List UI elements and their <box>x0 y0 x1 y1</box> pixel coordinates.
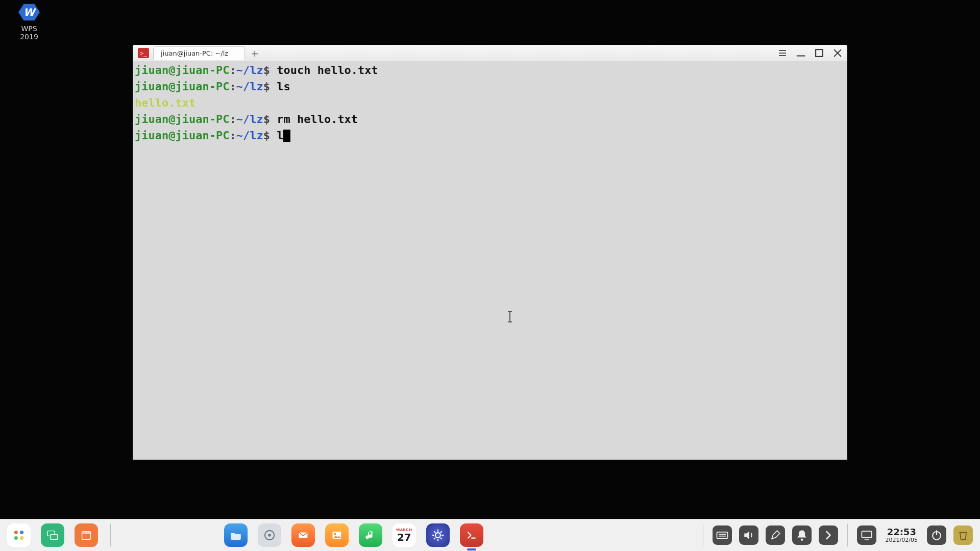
launcher-button[interactable] <box>7 523 31 547</box>
titlebar[interactable]: >_ jiuan@jiuan-PC: ~/lz + <box>133 45 847 61</box>
file-manager-button[interactable] <box>224 523 248 547</box>
file-manager-icon <box>229 528 243 542</box>
keyboard-tray-button[interactable] <box>713 525 732 545</box>
bell-icon <box>795 528 809 542</box>
text-cursor-ibeam <box>509 311 510 322</box>
terminal-prompt-line: jiuan@jiuan-PC:~/lz$ rm hello.txt <box>135 111 845 128</box>
svg-rect-9 <box>51 535 58 540</box>
svg-point-13 <box>268 534 271 537</box>
svg-point-5 <box>20 531 23 534</box>
terminal-window: >_ jiuan@jiuan-PC: ~/lz + jiuan@jiuan-PC… <box>133 45 847 460</box>
app-store-button[interactable] <box>75 523 98 547</box>
close-button[interactable] <box>832 47 843 59</box>
svg-rect-27 <box>717 532 727 538</box>
volume-icon <box>742 528 756 542</box>
hamburger-icon <box>779 50 786 56</box>
svg-point-7 <box>20 536 23 540</box>
calendar-button[interactable]: MARCH 27 <box>393 523 416 547</box>
clock-time: 22:53 <box>887 528 916 537</box>
svg-point-6 <box>14 536 18 540</box>
terminal-app-glyph: >_ <box>140 50 146 57</box>
close-icon <box>832 47 843 59</box>
svg-line-24 <box>440 531 442 533</box>
terminal-app-icon: >_ <box>138 48 149 58</box>
svg-point-17 <box>435 533 440 538</box>
wps-label-2: 2019 <box>6 33 52 41</box>
calendar-day: 27 <box>397 532 411 542</box>
next-tray-button[interactable] <box>819 525 838 545</box>
browser-button[interactable] <box>258 523 281 547</box>
terminal-prompt-line: jiuan@jiuan-PC:~/lz$ l <box>135 128 845 144</box>
keyboard-icon <box>715 528 729 542</box>
taskbar: MARCH 27 <box>0 519 980 551</box>
terminal-dock-button[interactable] <box>460 523 483 547</box>
minimize-button[interactable] <box>795 47 806 59</box>
volume-tray-button[interactable] <box>739 525 758 545</box>
terminal-body[interactable]: jiuan@jiuan-PC:~/lz$ touch hello.txtjiua… <box>133 61 847 460</box>
svg-point-16 <box>334 533 336 535</box>
wps-icon: W <box>18 3 40 21</box>
svg-line-22 <box>434 531 435 533</box>
launcher-icon <box>12 528 26 542</box>
pencil-icon <box>768 528 782 542</box>
terminal-prompt-line: jiuan@jiuan-PC:~/lz$ touch hello.txt <box>135 62 845 79</box>
maximize-icon <box>814 47 825 59</box>
plus-icon: + <box>251 48 259 59</box>
mail-icon <box>296 528 310 542</box>
maximize-button[interactable] <box>814 47 825 59</box>
svg-line-23 <box>440 538 442 539</box>
dock-divider-right-1 <box>703 524 703 546</box>
edit-tray-button[interactable] <box>766 525 785 545</box>
svg-rect-1 <box>816 49 823 57</box>
power-icon <box>929 528 944 542</box>
gear-icon <box>431 528 445 542</box>
clock[interactable]: 22:53 2021/02/05 <box>884 528 920 543</box>
wps-label-1: WPS <box>6 24 52 33</box>
svg-line-25 <box>434 538 435 539</box>
trash-tray-button[interactable] <box>953 525 973 545</box>
desktop-tray-button[interactable] <box>857 525 876 545</box>
terminal-cursor <box>283 130 290 142</box>
svg-rect-11 <box>82 532 91 534</box>
desktop-icon-glyph <box>860 528 874 542</box>
menu-button[interactable] <box>777 47 788 59</box>
music-icon <box>363 528 378 542</box>
music-button[interactable] <box>359 523 382 547</box>
svg-point-30 <box>800 539 802 541</box>
notifications-tray-button[interactable] <box>792 525 812 545</box>
svg-rect-31 <box>862 531 871 537</box>
workspace-button[interactable] <box>41 523 64 547</box>
minimize-icon <box>795 47 806 59</box>
dock-divider-right-2 <box>847 524 848 546</box>
new-tab-button[interactable]: + <box>248 46 261 60</box>
tab-title: jiuan@jiuan-PC: ~/lz <box>161 49 228 57</box>
image-icon <box>330 528 344 542</box>
clock-date: 2021/02/05 <box>886 537 918 543</box>
terminal-prompt-line: jiuan@jiuan-PC:~/lz$ ls <box>135 79 845 95</box>
running-indicator <box>467 548 476 550</box>
image-viewer-button[interactable] <box>325 523 349 547</box>
workspace-icon <box>45 528 60 542</box>
tab-active[interactable]: jiuan@jiuan-PC: ~/lz <box>153 46 245 60</box>
browser-icon <box>262 528 277 542</box>
desktop-icon-wps[interactable]: W WPS 2019 <box>6 3 52 41</box>
chevron-right-icon <box>821 528 836 542</box>
power-tray-button[interactable] <box>927 525 946 545</box>
mail-button[interactable] <box>291 523 315 547</box>
trash-icon <box>956 528 970 542</box>
window-controls <box>777 45 843 61</box>
store-icon <box>79 528 93 542</box>
dock-divider-left <box>110 524 111 546</box>
wps-glyph: W <box>23 6 35 18</box>
settings-button[interactable] <box>426 523 450 547</box>
terminal-icon <box>464 528 479 542</box>
terminal-output-line: hello.txt <box>135 95 845 111</box>
svg-point-4 <box>14 531 18 534</box>
